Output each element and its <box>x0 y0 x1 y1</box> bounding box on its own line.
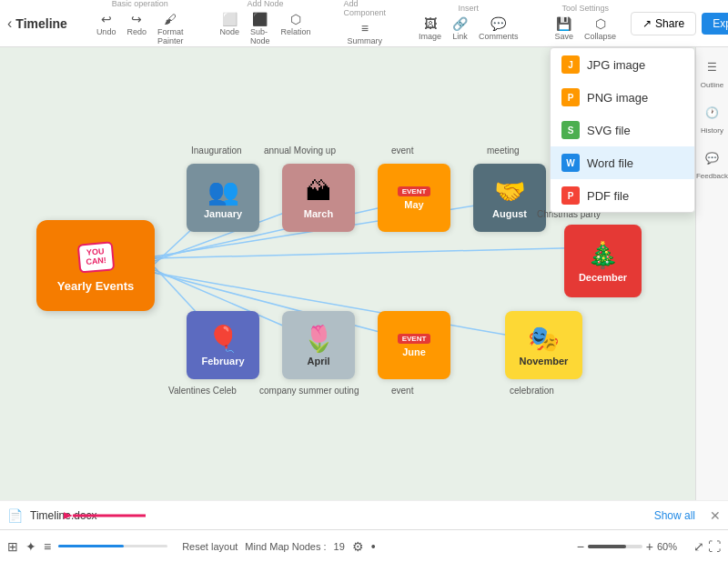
undo-button[interactable]: ↩Undo <box>93 10 120 47</box>
download-filename: Timeline.docx <box>30 509 97 522</box>
fit-width-icon[interactable]: ⤢ <box>693 539 704 554</box>
december-icon: 🎄 <box>587 240 619 270</box>
node-june[interactable]: EVENT June <box>378 311 450 379</box>
toolbar: ‹ Timeline Basic operation ↩Undo ↪Redo 🖌… <box>0 0 728 47</box>
january-top-label: Inauguration <box>191 146 242 156</box>
node-button[interactable]: ⬜Node <box>216 10 243 47</box>
august-icon: 🤝 <box>494 176 526 206</box>
export-label: Export <box>713 17 728 30</box>
node-february[interactable]: 🎈 February <box>187 311 259 379</box>
show-all-button[interactable]: Show all <box>654 509 695 522</box>
outline-icon: ☰ <box>700 55 725 80</box>
reset-layout-button[interactable]: Reset layout <box>182 541 238 552</box>
zoom-percent: 60% <box>657 541 686 552</box>
january-label: January <box>204 208 242 219</box>
dot-icon: • <box>371 539 376 554</box>
group-label-addnode: Add Node <box>247 0 283 8</box>
february-icon: 🎈 <box>207 324 239 354</box>
toolbar-group-addcomponent: Add Component ≡Summary <box>344 0 387 47</box>
word-icon: W <box>561 154 580 172</box>
june-bottom-label: event <box>391 386 413 396</box>
export-button[interactable]: Export ↑ <box>702 13 728 35</box>
jpg-label: JPG image <box>587 58 645 72</box>
bottom-list-icon[interactable]: ≡ <box>44 539 51 554</box>
central-node-icon: YOUCAN! <box>73 239 118 276</box>
download-close-button[interactable]: ✕ <box>710 508 721 523</box>
share-button[interactable]: ↗ Share <box>631 12 696 35</box>
export-dropdown: J JPG image P PNG image S SVG file W Wor… <box>550 47 695 213</box>
relation-button[interactable]: ⬡Relation <box>277 10 314 47</box>
outline-label: Outline <box>701 82 723 89</box>
zoom-plus-button[interactable]: + <box>646 539 653 554</box>
central-node[interactable]: YOUCAN! Yearly Events <box>36 220 155 311</box>
progress-fill <box>58 545 124 547</box>
fit-screen-icon[interactable]: ⛶ <box>708 539 721 554</box>
zoom-minus-button[interactable]: − <box>577 539 584 554</box>
history-sidebar-item[interactable]: 🕐 History <box>700 100 725 135</box>
share-label: Share <box>655 17 684 30</box>
fit-icons: ⤢ ⛶ <box>693 539 721 554</box>
svg-label: SVG file <box>587 124 631 137</box>
jpg-icon: J <box>561 55 580 74</box>
export-word-item[interactable]: W Word file <box>551 146 694 179</box>
zoom-controls: − + 60% <box>577 539 686 554</box>
redo-button[interactable]: ↪Redo <box>123 10 150 47</box>
node-november[interactable]: 🎭 November <box>505 311 582 379</box>
mind-map-label: Mind Map Nodes : <box>245 541 326 552</box>
node-april[interactable]: 🌷 April <box>282 311 355 379</box>
bottom-bar: ⊞ ✦ ≡ Reset layout Mind Map Nodes : 19 ⚙… <box>0 529 728 562</box>
bottom-grid-icon[interactable]: ⊞ <box>7 539 18 554</box>
png-label: PNG image <box>587 91 648 105</box>
node-january[interactable]: 👥 January <box>187 164 259 232</box>
progress-bar <box>58 545 167 547</box>
toolbar-right: ↗ Share Export ↑ <box>631 12 728 35</box>
collapse-button[interactable]: ⬡Collapse <box>581 15 620 43</box>
group-label-addcomponent: Add Component <box>344 0 387 17</box>
node-august[interactable]: 🤝 August <box>473 164 546 232</box>
zoom-fill <box>588 545 626 548</box>
may-event-badge: EVENT <box>398 186 431 196</box>
format-painter-button[interactable]: 🖌Format Painter <box>154 10 187 47</box>
zoom-slider[interactable] <box>588 545 642 548</box>
comments-button[interactable]: 💬Comments <box>475 15 522 43</box>
march-top-label: annual Moving up <box>264 146 336 156</box>
download-file-icon: 📄 <box>7 508 23 523</box>
export-pdf-item[interactable]: P PDF file <box>551 179 694 212</box>
share-icon: ↗ <box>642 17 652 30</box>
node-december[interactable]: 🎄 December <box>564 225 642 297</box>
november-label: November <box>520 356 569 366</box>
png-icon: P <box>561 88 580 106</box>
april-icon: 🌷 <box>303 324 335 354</box>
export-svg-item[interactable]: S SVG file <box>551 114 694 146</box>
june-label: June <box>402 346 426 357</box>
link-button[interactable]: 🔗Link <box>449 15 471 43</box>
november-bottom-label: celebration <box>510 386 554 396</box>
bottom-star-icon[interactable]: ✦ <box>25 539 36 554</box>
pdf-label: PDF file <box>587 189 629 203</box>
august-top-label: meeting <box>487 146 520 156</box>
image-button[interactable]: 🖼Image <box>415 15 445 43</box>
group-label-tools: Tool Settings <box>562 4 610 13</box>
settings-icon[interactable]: ⚙ <box>352 539 364 554</box>
november-icon: 🎭 <box>528 324 560 354</box>
node-count: 19 <box>334 541 345 552</box>
summary-button[interactable]: ≡Summary <box>344 19 387 47</box>
back-button[interactable]: ‹ <box>7 13 12 35</box>
node-may[interactable]: EVENT May <box>378 164 450 232</box>
feedback-sidebar-item[interactable]: 💬 Feedback <box>696 146 728 180</box>
save-button[interactable]: 💾Save <box>551 15 578 43</box>
april-bottom-label: company summer outing <box>259 386 359 396</box>
node-march[interactable]: 🏔 March <box>282 164 355 232</box>
export-jpg-item[interactable]: J JPG image <box>551 48 694 81</box>
central-node-label: Yearly Events <box>57 279 135 293</box>
feedback-icon: 💬 <box>700 146 725 171</box>
word-label: Word file <box>587 156 633 170</box>
subnode-button[interactable]: ⬛Sub-Node <box>247 10 274 47</box>
group-label-insert: Insert <box>459 4 480 13</box>
export-png-item[interactable]: P PNG image <box>551 81 694 114</box>
outline-sidebar-item[interactable]: ☰ Outline <box>700 55 725 89</box>
toolbar-group-tools: Tool Settings 💾Save ⬡Collapse <box>551 4 621 43</box>
march-icon: 🏔 <box>306 176 331 206</box>
history-label: History <box>701 127 723 135</box>
pdf-icon: P <box>561 186 580 205</box>
